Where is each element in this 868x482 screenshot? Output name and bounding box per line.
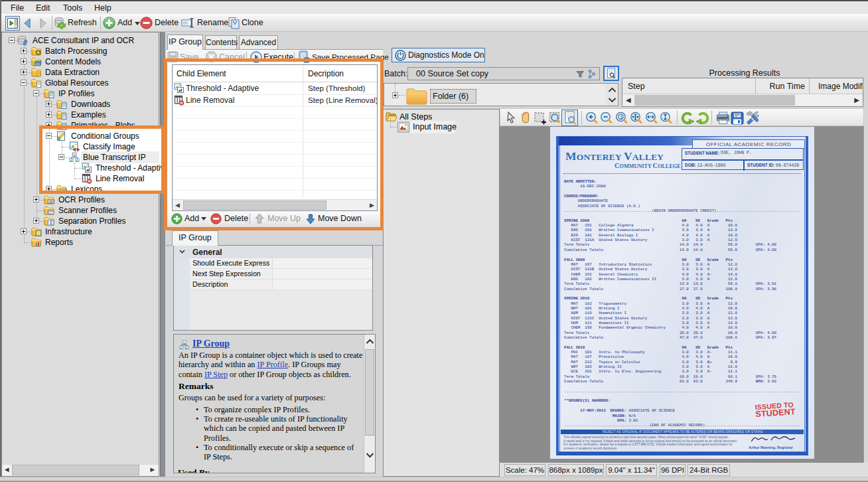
- svg-text:ABC: ABC: [48, 201, 54, 204]
- svg-text:1: 1: [620, 115, 622, 120]
